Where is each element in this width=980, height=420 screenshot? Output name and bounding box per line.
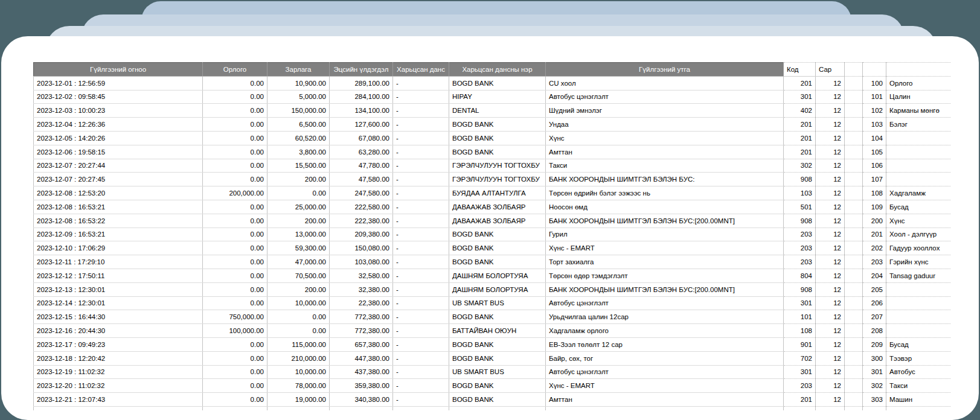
cell-month[interactable]: 12	[816, 228, 845, 241]
cell-category-name[interactable]	[886, 296, 950, 310]
column-header-transaction-date[interactable]: Гүйлгээний огноо	[34, 63, 203, 77]
cell-month[interactable]: 12	[816, 145, 845, 159]
cell-expense[interactable]: 0.00	[267, 310, 330, 324]
cell-spacer[interactable]	[845, 228, 863, 241]
cell-counter-account-name[interactable]: ГЭРЭЛЧУЛУУН ТОГТОХБУ	[449, 173, 546, 186]
cell-counter-account[interactable]: -	[393, 241, 449, 255]
cell-category-code[interactable]: 101	[863, 90, 886, 104]
cell-counter-account[interactable]: -	[393, 255, 449, 269]
cell-code[interactable]: 908	[784, 214, 816, 228]
cell-balance[interactable]: 134,100.00	[330, 104, 393, 118]
cell-category-code[interactable]: 106	[863, 159, 886, 173]
cell-counter-account[interactable]: -	[393, 351, 449, 365]
cell-code[interactable]: 501	[784, 200, 816, 214]
cell-spacer[interactable]	[845, 337, 863, 351]
cell-expense[interactable]: 10,000.00	[267, 365, 330, 379]
cell-category-name[interactable]: Цалин	[886, 90, 950, 104]
cell-counter-account-name[interactable]: ДАВААЖАВ ЗОЛБАЯР	[449, 214, 546, 228]
cell-counter-account[interactable]: -	[393, 145, 449, 159]
cell-month[interactable]: 12	[816, 282, 845, 296]
cell-income[interactable]: 0.00	[203, 269, 267, 282]
cell-expense[interactable]: 60,520.00	[267, 131, 330, 145]
cell-date[interactable]: 2023-12-01 : 12:56:59	[34, 76, 203, 90]
cell-balance[interactable]: 209,380.00	[330, 228, 393, 241]
cell-balance[interactable]: 150,080.00	[330, 241, 393, 255]
cell-date[interactable]: 2023-12-08 : 16:53:22	[34, 214, 203, 228]
cell-category-code[interactable]: 108	[863, 186, 886, 200]
cell-category-name[interactable]: Автобус	[886, 365, 950, 379]
cell-date[interactable]: 2023-12-04 : 12:26:36	[34, 118, 203, 132]
cell-expense[interactable]: 10,000.00	[267, 296, 330, 310]
cell-description[interactable]: БАНК ХООРОНДЫН ШИМТГЭЛ БЭЛЭН БУС:[200.00…	[546, 282, 784, 296]
cell-category-name[interactable]	[886, 173, 950, 186]
cell-spacer[interactable]	[845, 379, 863, 393]
cell-code[interactable]: 908	[784, 282, 816, 296]
cell-counter-account-name[interactable]: BOGD BANK	[449, 118, 546, 132]
cell-expense[interactable]: 25,000.00	[267, 200, 330, 214]
cell-balance[interactable]: 657,380.00	[330, 337, 393, 351]
cell-category-name[interactable]: Карманы мөнгө	[886, 104, 950, 118]
cell-date[interactable]: 2023-12-15 : 16:44:30	[34, 310, 203, 324]
cell-counter-account[interactable]: -	[393, 76, 449, 90]
cell-description[interactable]: Автобус цэнэглэлт	[546, 296, 784, 310]
cell-category-code[interactable]: 208	[863, 324, 886, 338]
cell-expense[interactable]: 19,000.00	[267, 393, 330, 407]
cell-counter-account[interactable]: -	[393, 269, 449, 282]
cell-category-name[interactable]: Бэлэг	[886, 118, 950, 132]
cell-income[interactable]: 0.00	[203, 379, 267, 393]
cell-description[interactable]: ЕВ-Зээл төлөлт 12 сар	[546, 337, 784, 351]
cell-category-code[interactable]: 201	[863, 228, 886, 241]
cell-date[interactable]: 2023-12-10 : 17:06:29	[34, 241, 203, 255]
cell-category-code[interactable]: 207	[863, 310, 886, 324]
cell-spacer[interactable]	[845, 131, 863, 145]
cell-counter-account-name[interactable]: BOGD BANK	[449, 228, 546, 241]
cell-code[interactable]: 908	[784, 173, 816, 186]
cell-spacer[interactable]	[845, 351, 863, 365]
cell-date[interactable]: 2023-12-12 : 17:50:11	[34, 269, 203, 282]
cell-income[interactable]: 0.00	[203, 76, 267, 90]
cell-spacer[interactable]	[845, 76, 863, 90]
cell-balance[interactable]: 63,280.00	[330, 145, 393, 159]
cell-expense[interactable]: 6,500.00	[267, 118, 330, 132]
cell-category-name[interactable]: Орлого	[886, 76, 950, 90]
cell-month[interactable]: 12	[816, 324, 845, 338]
cell-expense[interactable]: 0.00	[267, 324, 330, 338]
cell-date[interactable]: 2023-12-18 : 12:20:42	[34, 351, 203, 365]
cell-expense[interactable]: 0.00	[267, 186, 330, 200]
cell-income[interactable]: 200,000.00	[203, 186, 267, 200]
cell-date[interactable]: 2023-12-08 : 12:53:20	[34, 186, 203, 200]
cell-code[interactable]: 101	[784, 310, 816, 324]
cell-code[interactable]: 201	[784, 118, 816, 132]
cell-counter-account-name[interactable]: BOGD BANK	[449, 351, 546, 365]
cell-spacer[interactable]	[845, 145, 863, 159]
cell-category-name[interactable]	[886, 131, 950, 145]
cell-category-name[interactable]: Хүнс	[886, 214, 950, 228]
cell-code[interactable]: 203	[784, 228, 816, 241]
cell-code[interactable]: 201	[784, 145, 816, 159]
cell-description[interactable]: Автобус цэнэглэлт	[546, 90, 784, 104]
cell-date[interactable]: 2023-12-06 : 19:58:15	[34, 145, 203, 159]
cell-balance[interactable]: 359,380.00	[330, 379, 393, 393]
cell-spacer[interactable]	[845, 282, 863, 296]
cell-counter-account-name[interactable]: BOGD BANK	[449, 337, 546, 351]
cell-category-code[interactable]: 109	[863, 200, 886, 214]
column-header-counter-account[interactable]: Харьцсан данс	[393, 63, 449, 77]
cell-code[interactable]: 301	[784, 90, 816, 104]
cell-description[interactable]: Амттан	[546, 393, 784, 407]
cell-month[interactable]: 12	[816, 214, 845, 228]
cell-counter-account[interactable]: -	[393, 282, 449, 296]
cell-description[interactable]: Хүнс	[546, 131, 784, 145]
cell-description[interactable]: Амттан	[546, 145, 784, 159]
cell-date[interactable]: 2023-12-03 : 10:00:23	[34, 104, 203, 118]
cell-date[interactable]: 2023-12-14 : 12:30:01	[34, 296, 203, 310]
cell-spacer[interactable]	[845, 269, 863, 282]
cell-category-code[interactable]: 204	[863, 269, 886, 282]
cell-spacer[interactable]	[845, 365, 863, 379]
cell-month[interactable]: 12	[816, 186, 845, 200]
cell-code[interactable]: 203	[784, 255, 816, 269]
cell-counter-account[interactable]: -	[393, 200, 449, 214]
cell-income[interactable]: 0.00	[203, 282, 267, 296]
cell-description[interactable]: БАНК ХООРОНДЫН ШИМТГЭЛ БЭЛЭН БУС:	[546, 173, 784, 186]
cell-expense[interactable]: 5,000.00	[267, 90, 330, 104]
cell-code[interactable]: 301	[784, 296, 816, 310]
